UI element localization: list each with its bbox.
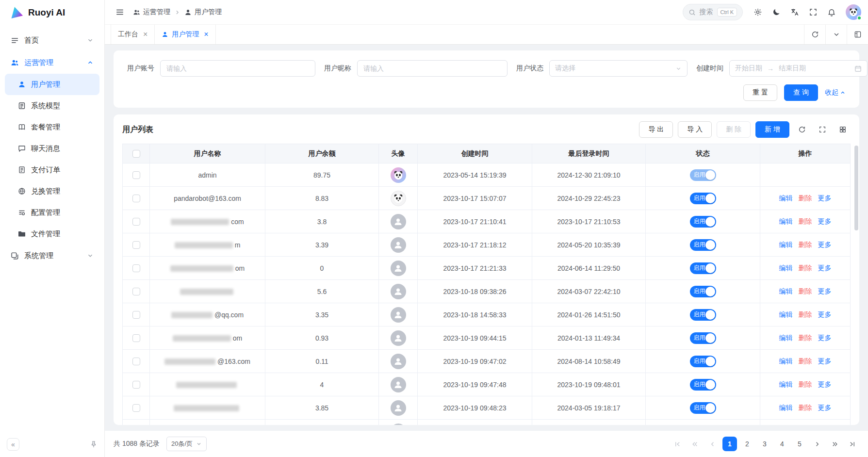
reset-button[interactable]: 重 置 [743, 84, 777, 101]
row-checkbox[interactable] [132, 171, 140, 179]
status-toggle[interactable]: 启用 [690, 216, 716, 228]
status-toggle[interactable]: 启用 [690, 193, 716, 204]
edit-link[interactable]: 编辑 [779, 334, 793, 342]
delete-link[interactable]: 删除 [799, 264, 812, 272]
delete-link[interactable]: 删除 [799, 357, 812, 365]
more-link[interactable]: 更多 [818, 194, 832, 202]
row-checkbox[interactable] [132, 288, 140, 295]
edit-link[interactable]: 编辑 [779, 380, 793, 388]
status-select[interactable]: 请选择 [549, 60, 688, 77]
more-link[interactable]: 更多 [818, 217, 832, 225]
sidebar-item-chat[interactable]: 聊天消息 [5, 138, 99, 159]
row-checkbox[interactable] [132, 218, 140, 226]
sidebar-item-user[interactable]: 用户管理 [5, 74, 99, 95]
date-range-picker[interactable]: 开始日期 → 结束日期 [729, 60, 868, 77]
breadcrumb-user-management[interactable]: 用户管理 [184, 8, 222, 16]
edit-link[interactable]: 编辑 [779, 194, 793, 202]
language-button[interactable] [786, 4, 803, 20]
sidebar-item-operations[interactable]: 运营管理 [5, 51, 99, 74]
delete-link[interactable]: 删除 [799, 194, 812, 202]
sidebar-item-order[interactable]: 支付订单 [5, 159, 99, 180]
tab-options-button[interactable] [825, 25, 847, 44]
search-input[interactable]: 搜索 Ctrl K [683, 4, 743, 20]
nickname-input[interactable] [357, 60, 508, 77]
page-button-4[interactable]: 4 [775, 437, 789, 451]
row-checkbox[interactable] [132, 334, 140, 342]
edit-link[interactable]: 编辑 [779, 404, 793, 411]
delete-link[interactable]: 删除 [799, 334, 812, 342]
menu-toggle-icon[interactable] [112, 4, 128, 20]
status-toggle[interactable]: 启用 [690, 379, 716, 391]
sidebar-collapse-button[interactable]: « [7, 438, 19, 451]
status-toggle[interactable]: 启用 [690, 239, 716, 251]
status-toggle[interactable]: 启用 [690, 356, 716, 367]
dark-mode-button[interactable] [768, 4, 785, 20]
edit-link[interactable]: 编辑 [779, 217, 793, 225]
close-icon[interactable]: × [204, 31, 208, 38]
delete-link[interactable]: 删除 [799, 310, 812, 318]
page-button-1[interactable]: 1 [722, 437, 737, 451]
status-toggle[interactable]: 启用 [690, 262, 716, 274]
page-button-2[interactable]: 2 [740, 437, 754, 451]
row-checkbox[interactable] [132, 195, 140, 202]
sidebar-item-home[interactable]: 首页 [5, 29, 99, 51]
delete-link[interactable]: 删除 [799, 380, 812, 388]
page-button-5[interactable]: 5 [792, 437, 807, 451]
import-button[interactable]: 导 入 [678, 121, 712, 138]
delete-link[interactable]: 删除 [799, 217, 812, 225]
row-checkbox[interactable] [132, 241, 140, 249]
row-checkbox[interactable] [132, 381, 140, 389]
account-input[interactable] [160, 60, 315, 77]
refresh-tab-button[interactable] [804, 25, 825, 44]
table-scrollbar[interactable] [854, 146, 858, 423]
edit-link[interactable]: 编辑 [779, 310, 793, 318]
edit-link[interactable]: 编辑 [779, 287, 793, 295]
status-toggle[interactable]: 启用 [690, 309, 716, 321]
delete-link[interactable]: 删除 [799, 241, 812, 248]
more-link[interactable]: 更多 [818, 334, 832, 342]
page-size-select[interactable]: 20条/页 [166, 437, 207, 451]
prev-page-button[interactable] [705, 437, 720, 451]
sidebar-item-model[interactable]: 系统模型 [5, 95, 99, 116]
first-page-button[interactable] [670, 437, 685, 451]
status-toggle[interactable]: 启用 [690, 332, 716, 344]
delete-link[interactable]: 删除 [799, 404, 812, 411]
delete-link[interactable]: 删除 [799, 287, 812, 295]
edit-link[interactable]: 编辑 [779, 357, 793, 365]
tab-用户管理[interactable]: 用户管理× [155, 25, 215, 44]
scrollbar-thumb[interactable] [854, 146, 858, 230]
tab-工作台[interactable]: 工作台× [111, 25, 155, 44]
edit-link[interactable]: 编辑 [779, 264, 793, 272]
settings-button[interactable] [750, 4, 766, 20]
fullscreen-button[interactable] [805, 4, 821, 20]
collapse-filter-link[interactable]: 收起 [825, 88, 846, 97]
sidebar-item-exchange[interactable]: 兑换管理 [5, 180, 99, 202]
delete-button[interactable]: 删 除 [717, 121, 751, 138]
status-toggle[interactable]: 启用 [690, 402, 716, 414]
add-button[interactable]: 新 增 [755, 121, 789, 138]
row-checkbox[interactable] [132, 358, 140, 365]
fullscreen-table-button[interactable] [815, 122, 830, 137]
edit-link[interactable]: 编辑 [779, 241, 793, 248]
more-link[interactable]: 更多 [818, 287, 832, 295]
jump-back-button[interactable] [688, 437, 702, 451]
jump-forward-button[interactable] [827, 437, 842, 451]
notifications-button[interactable] [823, 4, 840, 20]
export-button[interactable]: 导 出 [639, 121, 673, 138]
sidebar-item-system[interactable]: 系统管理 [5, 245, 99, 267]
column-settings-button[interactable] [835, 122, 851, 137]
refresh-table-button[interactable] [794, 122, 810, 137]
row-checkbox[interactable] [132, 264, 140, 272]
more-link[interactable]: 更多 [818, 357, 832, 365]
last-page-button[interactable] [845, 437, 859, 451]
more-link[interactable]: 更多 [818, 241, 832, 248]
sidebar-item-config[interactable]: 配置管理 [5, 202, 99, 223]
pin-icon[interactable] [90, 441, 98, 448]
sidebar-item-package[interactable]: 套餐管理 [5, 116, 99, 138]
app-logo[interactable]: Ruoyi AI [0, 0, 104, 25]
close-icon[interactable]: × [143, 31, 147, 38]
query-button[interactable]: 查 询 [784, 84, 818, 101]
status-toggle[interactable]: 启用 [690, 286, 716, 297]
status-toggle[interactable]: 启用 [690, 169, 716, 181]
row-checkbox[interactable] [132, 311, 140, 319]
